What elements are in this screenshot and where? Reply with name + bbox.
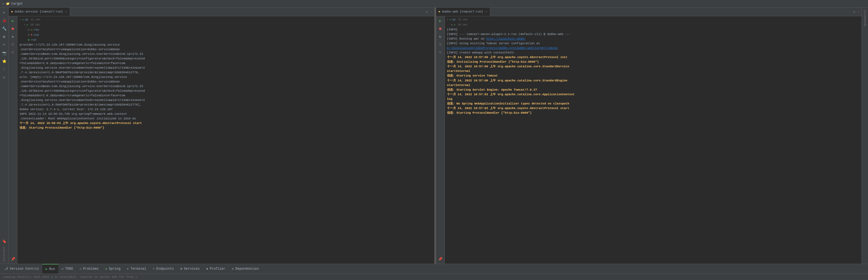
right-sidebar: Bookmarks: [862, 8, 868, 264]
right-panel-settings-btn[interactable]: ⚙: [853, 9, 856, 14]
right-log-17: 十一月 14, 2022 10:57:02 上午 org.apache.coyo…: [447, 106, 860, 111]
left-panel-body: ▶ ⏹ ↻ ⊡ ⊟ 📌 ▾ ✔ dt 21 sec: [9, 16, 434, 264]
right-pin-btn[interactable]: 📌: [437, 256, 444, 262]
left-pin-btn[interactable]: 📌: [9, 256, 17, 262]
con-err-icon: ✖: [31, 33, 33, 37]
debug-icon[interactable]: 🐞: [1, 17, 8, 24]
expand-arrow[interactable]: ▶: [3, 2, 4, 5]
log-line-16: INFO 2022-11-14 10:56:53,720 org.springf…: [20, 112, 432, 116]
left-stop-btn[interactable]: ⏹: [9, 25, 17, 32]
right-log-13: 信息: Starting Servlet Engine: Apache Tomc…: [447, 88, 860, 92]
left-panel-settings-btn[interactable]: ⚙: [425, 9, 428, 14]
camera-icon[interactable]: 📷: [1, 50, 8, 57]
tab-terminal[interactable]: ▸ Terminal: [124, 264, 150, 274]
dt-time: 21 sec: [31, 18, 40, 22]
tab-problems-label: Problems: [83, 267, 99, 271]
services-icon: ⚙: [180, 267, 182, 271]
status-bar: Loading IntelliJ IDEA 2022.2 is availabl…: [0, 274, 868, 280]
log-line-1: provider://172.23.126.187:20880/com.ding…: [20, 42, 432, 47]
left-scroll-btn[interactable]: ⊡: [9, 41, 17, 48]
con-label: con: [34, 33, 39, 37]
right-log-7: 信息: Initializing ProtocolHandler ["http-…: [447, 60, 860, 64]
terminal-icon: ▸: [127, 267, 129, 271]
bookmarks-label[interactable]: Bookmarks: [863, 8, 867, 28]
left-rerun-btn[interactable]: ▶: [9, 18, 17, 24]
log-line-12: =false&dubbo=2.0.2&dynamic=true&generic=…: [20, 93, 432, 98]
log-line-15: dubbo version: 2.7.4.1, current host: 17…: [20, 107, 432, 112]
grid-icon[interactable]: ⊞: [1, 74, 8, 82]
right-child-run-icon: ✔: [454, 23, 456, 27]
right-tab-close[interactable]: ✕: [486, 10, 487, 13]
left-tab-close[interactable]: ✕: [65, 10, 67, 13]
right-filter-btn[interactable]: ⊟: [437, 49, 444, 56]
right-tab-label: dubbo-web [tomcat7:run]: [442, 10, 483, 13]
log-line-2: .UserService?anyhost=true&application=du…: [20, 47, 432, 52]
stop-icon[interactable]: ⏹: [1, 33, 8, 41]
tab-todo[interactable]: ☑ TODO: [58, 264, 76, 274]
right-panel-minimize-btn[interactable]: —: [857, 9, 860, 14]
left-panel-minimize-btn[interactable]: —: [429, 9, 432, 14]
tab-services-label: Services: [184, 267, 199, 271]
tree-dt-item: ▾ ✔ dt 21 sec: [20, 18, 432, 23]
log-line-11: .126.187&bind.port=20880&category=config…: [20, 89, 432, 93]
tab-problems[interactable]: ⚠ Problems: [76, 264, 102, 274]
res-label: res: [34, 28, 39, 32]
right-log-10: 信息: Starting service Tomcat: [447, 73, 860, 78]
top-bar: ▶ 📁 target: [0, 0, 868, 8]
right-rerun-btn[interactable]: ▶: [437, 18, 444, 24]
right-console-output[interactable]: ▾ ✔ dt 11 sec ▶ ✔ 10 sec [INFO] [INFO] -…: [445, 16, 862, 264]
tab-version-control[interactable]: ⎇ Version Control: [1, 264, 42, 274]
left-restore-btn[interactable]: ↻: [9, 33, 17, 40]
bookmark-icon[interactable]: 🔖: [1, 238, 8, 245]
tab-run[interactable]: ▶ Run: [42, 264, 58, 274]
import-icon[interactable]: ⤵: [1, 66, 8, 73]
tab-services[interactable]: ⚙ Services: [177, 264, 203, 274]
tab-version-control-label: Version Control: [10, 267, 39, 271]
tab-spring-label: Spring: [109, 267, 120, 271]
tab-todo-label: TODO: [65, 267, 73, 271]
left-console-output[interactable]: ▾ ✔ dt 21 sec ▾ ✔ 20 sec ▶ ⚠ res: [18, 16, 434, 264]
right-panel-tab[interactable]: ▶ dubbo-web [tomcat7:run] ✕: [436, 8, 490, 16]
right-log-6: 十一月 14, 2022 10:57:00 上午 org.apache.coyo…: [447, 55, 860, 60]
right-restore-btn[interactable]: ↻: [437, 33, 444, 40]
tree-res-item: ▶ ⚠ res: [20, 27, 432, 33]
tree-child-item: ▾ ✔ 20 sec: [20, 23, 432, 28]
tab-dependencies[interactable]: ◇ Dependencies: [229, 264, 262, 274]
left-tab-label: dubbo-service [tomcat7:run]: [14, 10, 63, 13]
right-log-9: startInternal: [447, 69, 860, 73]
right-stop-btn[interactable]: ⏹: [437, 25, 444, 32]
right-dt-label: dt: [453, 18, 456, 22]
folder-name: target: [11, 2, 23, 6]
tab-spring[interactable]: ❋ Spring: [102, 264, 124, 274]
child-run-icon: ✔: [26, 23, 28, 27]
tab-terminal-label: Terminal: [130, 267, 146, 271]
right-log-5: [INFO] create webapp with contextPath:: [447, 51, 860, 55]
right-log-4: [INFO] Using existing Tomcat server conf…: [447, 41, 860, 46]
problems-icon: ⚠: [80, 267, 82, 271]
tab-endpoints[interactable]: ⚡ Endpoints: [150, 264, 177, 274]
right-log-11: 十一月 14, 2022 10:57:00 上午 org.apache.cata…: [447, 79, 860, 83]
right-scroll-btn[interactable]: ⊡: [437, 41, 444, 48]
dt-run-icon: ✔: [22, 18, 24, 22]
eye-icon[interactable]: 👁: [1, 41, 8, 49]
structure-label[interactable]: Structure: [3, 246, 6, 262]
right-log-3: [INFO] Running war on http://localhost:8…: [447, 37, 860, 41]
version-control-icon: ⎇: [4, 267, 8, 271]
right-tree-dt-item: ▾ ✔ dt 11 sec: [447, 18, 860, 23]
left-filter-btn[interactable]: ⊟: [9, 49, 17, 56]
left-panel: ▶ dubbo-service [tomcat7:run] ✕ ⚙ — ▶ ⏹ …: [9, 8, 435, 264]
dt-label: dt: [25, 18, 29, 22]
left-sidebar: ▶ 🐞 🔧 ⏹ 👁 📷 ⭐ ⤵ ⊞ 🔖 Structure: [0, 8, 9, 264]
right-log-15: log: [447, 97, 860, 101]
star-icon[interactable]: ⭐: [1, 58, 8, 65]
tomcat-path-link[interactable]: D:\DingJiaxiong\IdeaProjects\dubbo-pro\d…: [447, 46, 860, 51]
left-panel-tab[interactable]: ▶ dubbo-service [tomcat7:run] ✕: [9, 8, 70, 16]
run-icon[interactable]: ▶: [1, 9, 8, 16]
right-log-12: startInternal: [447, 83, 860, 88]
localhost-link[interactable]: http://localhost:8000/: [486, 37, 526, 40]
left-panel-tab-bar: ▶ dubbo-service [tomcat7:run] ✕ ⚙ —: [9, 8, 434, 16]
tab-profiler[interactable]: ◈ Profiler: [203, 264, 229, 274]
right-tab-run-icon: ▶: [439, 10, 441, 13]
dependencies-icon: ◇: [232, 267, 234, 271]
tools-icon[interactable]: 🔧: [1, 25, 8, 33]
